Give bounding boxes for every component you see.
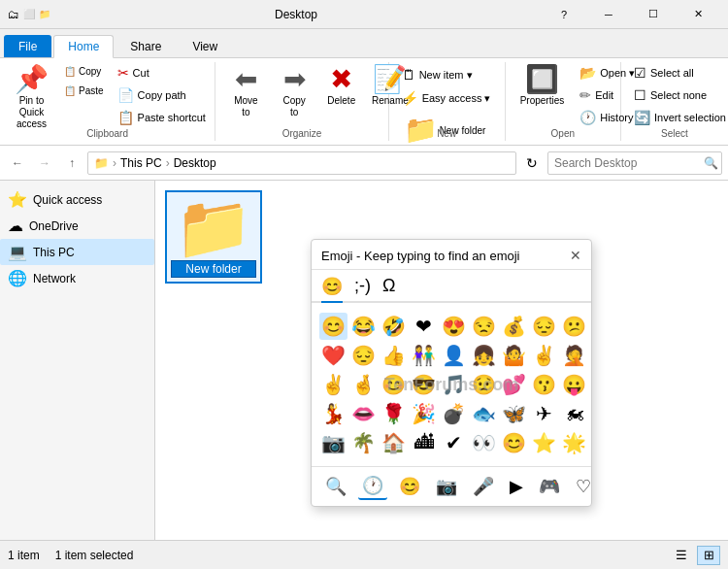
back-button[interactable]: ← [6,151,29,175]
emoji-cell[interactable]: 🐟 [470,400,498,427]
large-icons-view-button[interactable]: ⊞ [697,546,720,565]
emoji-cell[interactable]: 📷 [319,429,347,456]
emoji-cell[interactable]: ❤ [410,313,438,340]
paste-button[interactable]: 📋 Paste [59,82,109,100]
emoji-play-icon[interactable]: ▶ [506,474,527,499]
search-input[interactable] [554,156,700,170]
emoji-cell[interactable]: 😛 [560,371,588,398]
properties-button[interactable]: 🔲 Properties [513,62,572,110]
sidebar-item-quick-access[interactable]: ⭐ Quick access [0,186,154,213]
emoji-cell[interactable]: 👫 [410,342,438,369]
refresh-button[interactable]: ↻ [520,151,544,175]
emoji-cell[interactable]: 😟 [470,371,498,398]
up-button[interactable]: ↑ [60,151,83,175]
emoji-cell[interactable]: 🤦 [560,342,588,369]
emoji-cell[interactable]: 😊 [380,371,408,398]
details-view-button[interactable]: ☰ [670,546,693,565]
breadcrumb[interactable]: 📁 › This PC › Desktop [87,151,516,175]
emoji-cell[interactable]: 👤 [440,342,468,369]
close-button[interactable]: ✕ [676,0,720,29]
select-group: ☑ Select all ☐ Select none 🔄 Invert sele… [621,62,728,141]
cut-button[interactable]: ✂ Cut [113,62,211,84]
emoji-cell[interactable]: ✌ [319,371,347,398]
delete-button[interactable]: ✖ Delete [320,62,363,110]
emoji-mic-icon[interactable]: 🎤 [469,474,498,499]
emoji-cell[interactable]: 💃 [319,400,347,427]
move-to-button[interactable]: ⬅ Move to [223,62,268,122]
folder-new-folder[interactable]: 📁 New folder [165,190,262,284]
emoji-cell[interactable]: 😂 [349,313,378,340]
emoji-cell[interactable]: ❤️ [319,342,347,369]
emoji-cell[interactable]: 🎵 [440,371,468,398]
copy-button[interactable]: 📋 Copy [59,62,109,81]
emoji-cell[interactable]: 🏍 [560,400,588,427]
minimize-button[interactable]: ─ [586,0,631,29]
ribbon: 📌 Pin to Quick access 📋 Copy 📋 Paste ✂ C… [0,58,728,146]
copy-to-button[interactable]: ➡ Copy to [272,62,315,122]
emoji-cell[interactable]: 😔 [349,342,378,369]
emoji-cell[interactable]: 🤞 [349,371,378,398]
emoji-cell[interactable]: 💰 [500,313,528,340]
invert-selection-button[interactable]: 🔄 Invert selection [629,107,728,128]
emoji-cell[interactable]: 🤣 [380,313,408,340]
new-item-icon: 🗒 [402,67,415,83]
emoji-cell[interactable]: 💣 [440,400,468,427]
emoji-cell[interactable]: 💕 [500,371,528,398]
tab-share[interactable]: Share [116,35,176,57]
emoji-search-icon[interactable]: 🔍 [321,474,350,499]
emoji-cell[interactable]: 🦋 [500,400,528,427]
emoji-tab-classic[interactable]: ;-) [354,276,371,303]
emoji-cell[interactable]: 👧 [470,342,498,369]
tab-view[interactable]: View [178,35,232,57]
emoji-cell[interactable]: 😎 [410,371,438,398]
emoji-cell[interactable]: 🌴 [349,429,378,456]
search-bar[interactable]: 🔍 [547,151,722,175]
emoji-tab-symbols[interactable]: Ω [382,276,395,303]
emoji-cell[interactable]: 🎉 [410,400,438,427]
emoji-cell[interactable]: 😗 [530,371,558,398]
copy-path-button[interactable]: 📄 Copy path [113,84,211,106]
emoji-clock-icon[interactable]: 🕐 [358,473,387,500]
emoji-smiley-icon[interactable]: 😊 [395,474,424,499]
emoji-cell[interactable]: 😊 [319,313,347,340]
emoji-cell[interactable]: 🌟 [560,429,588,456]
organize-label: Organize [215,128,387,139]
new-item-button[interactable]: 🗒 New item ▾ [397,64,478,85]
emoji-cell[interactable]: 😍 [440,313,468,340]
emoji-cell[interactable]: 👀 [470,429,498,456]
emoji-cell[interactable]: ✌ [530,342,558,369]
emoji-cell[interactable]: ✔ [440,429,468,456]
emoji-cell[interactable]: 🤷 [500,342,528,369]
open-label: Open [506,128,620,139]
emoji-cell[interactable]: 🌹 [380,400,408,427]
tab-file[interactable]: File [4,35,51,57]
easy-access-button[interactable]: ⚡ Easy access ▾ [397,87,496,109]
emoji-cell[interactable]: 🏙 [410,429,438,456]
emoji-cell[interactable]: 👍 [380,342,408,369]
emoji-cell[interactable]: ⭐ [530,429,558,456]
emoji-cell[interactable]: 😊 [500,429,528,456]
emoji-camera-icon[interactable]: 📷 [432,474,461,499]
tab-home[interactable]: Home [53,35,114,58]
emoji-cell[interactable]: 🏠 [380,429,408,456]
paste-shortcut-button[interactable]: 📋 Paste shortcut [113,107,211,128]
emoji-game-icon[interactable]: 🎮 [535,474,564,499]
forward-button[interactable]: → [33,151,56,175]
emoji-cell[interactable]: 😒 [470,313,498,340]
help-button[interactable]: ? [542,0,586,29]
maximize-button[interactable]: ☐ [631,0,676,29]
sidebar-item-network[interactable]: 🌐 Network [0,265,154,291]
pin-to-quick-access-button[interactable]: 📌 Pin to Quick access [8,62,55,134]
file-area[interactable]: 📁 New folder Emoji - Keep typing to find… [155,181,728,540]
emoji-tab-smiley[interactable]: 😊 [321,276,343,303]
emoji-cell[interactable]: 😔 [530,313,558,340]
emoji-heart-icon[interactable]: ♡ [572,474,595,499]
sidebar-item-onedrive[interactable]: ☁ OneDrive [0,213,154,239]
emoji-cell[interactable]: 😕 [560,313,588,340]
sidebar-item-this-pc[interactable]: 💻 This PC [0,239,154,265]
select-none-button[interactable]: ☐ Select none [629,84,728,106]
select-all-button[interactable]: ☑ Select all [629,62,728,84]
emoji-cell[interactable]: ✈ [530,400,558,427]
emoji-close-button[interactable]: ✕ [570,248,581,263]
emoji-cell[interactable]: 👄 [349,400,378,427]
